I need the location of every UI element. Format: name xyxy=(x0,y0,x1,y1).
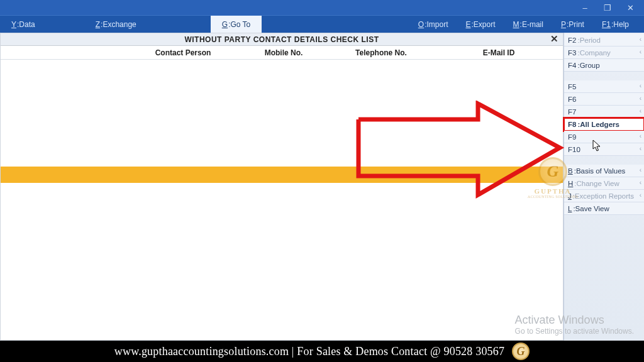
footer-text: www.gupthaaccountingsolutions.com | For … xyxy=(114,345,504,358)
footer: www.gupthaaccountingsolutions.com | For … xyxy=(0,341,644,362)
window-minimize-button[interactable]: – xyxy=(574,1,596,14)
menu-label: Help xyxy=(613,20,629,29)
column-contact: Contact Person xyxy=(126,48,240,59)
window-close-button[interactable]: ✕ xyxy=(619,1,641,14)
fkey: F6 xyxy=(568,96,576,103)
report-title-row: WITHOUT PARTY CONTACT DETAILS CHECK LIST… xyxy=(1,33,563,46)
sidebar-change-view[interactable]: H: Change View ‹ xyxy=(564,177,644,190)
menu-email[interactable]: M: E-mail xyxy=(504,16,552,33)
menubar: Y: Data Z: Exchange G: Go To O: Import E… xyxy=(0,15,644,33)
menu-label: Print xyxy=(569,20,584,29)
fkey: F2 xyxy=(568,36,576,44)
fkey: F5 xyxy=(568,83,576,90)
menu-key: Z xyxy=(96,20,100,29)
menu-print[interactable]: P: Print xyxy=(552,16,593,33)
menu-goto[interactable]: G: Go To xyxy=(211,16,262,33)
sidebar-f4-group[interactable]: F4: Group xyxy=(564,59,644,72)
column-email: E-Mail ID xyxy=(435,48,563,59)
fkey: J xyxy=(568,192,572,200)
sidebar-label: Save View xyxy=(575,205,609,212)
column-spacer xyxy=(1,48,126,59)
sidebar-f10[interactable]: F10 ‹ xyxy=(564,143,644,156)
menu-export[interactable]: E: Export xyxy=(457,16,504,33)
fkey: L xyxy=(568,205,572,212)
chevron-left-icon: ‹ xyxy=(640,36,641,43)
sidebar-label: Exception Reports xyxy=(575,192,634,200)
chevron-left-icon: ‹ xyxy=(640,192,641,199)
chevron-left-icon: ‹ xyxy=(640,179,641,186)
menu-label: Data xyxy=(19,20,35,29)
sidebar-f8-all-ledgers[interactable]: F8: All Ledgers xyxy=(564,118,644,131)
menu-label: Exchange xyxy=(103,20,136,29)
chevron-left-icon: ‹ xyxy=(640,133,641,140)
sidebar-label: Group xyxy=(580,62,600,69)
menu-label: E-mail xyxy=(522,20,543,29)
sidebar-label: Company xyxy=(580,49,611,57)
menu-key: Y xyxy=(11,20,16,29)
chevron-left-icon: ‹ xyxy=(640,95,641,102)
menu-key: M xyxy=(513,20,519,29)
chevron-left-icon: ‹ xyxy=(640,82,641,89)
footer-logo-icon: G xyxy=(512,343,530,360)
sidebar-f2-period[interactable]: F2: Period ‹ xyxy=(564,34,644,47)
sidebar-label: All Ledgers xyxy=(580,121,619,128)
sidebar-save-view[interactable]: L: Save View xyxy=(564,202,644,215)
fkey: F9 xyxy=(568,133,576,141)
sidebar-f3-company[interactable]: F3: Company ‹ xyxy=(564,47,644,59)
sidebar-basis-of-values[interactable]: B: Basis of Values ‹ xyxy=(564,165,644,177)
column-tel: Telephone No. xyxy=(328,48,435,59)
menu-key: E xyxy=(466,20,471,29)
table-body[interactable] xyxy=(1,60,563,340)
column-mobile: Mobile No. xyxy=(240,48,328,59)
sidebar-f6[interactable]: F6 ‹ xyxy=(564,93,644,106)
menu-help[interactable]: F1: Help xyxy=(593,16,638,33)
report-area: WITHOUT PARTY CONTACT DETAILS CHECK LIST… xyxy=(0,33,564,341)
sidebar-f5[interactable]: F5 ‹ xyxy=(564,80,644,93)
fkey: F8 xyxy=(568,121,576,128)
chevron-left-icon: ‹ xyxy=(640,145,641,152)
sidebar-f7[interactable]: F7 ‹ xyxy=(564,106,644,118)
menu-data[interactable]: Y: Data xyxy=(0,16,47,33)
chevron-left-icon: ‹ xyxy=(640,48,641,55)
chevron-left-icon: ‹ xyxy=(640,167,641,173)
menu-key: G xyxy=(222,20,228,29)
fkey: H xyxy=(568,180,573,187)
menu-key: F1 xyxy=(602,20,611,29)
chevron-left-icon: ‹ xyxy=(640,107,641,114)
row-highlight xyxy=(1,167,563,183)
menu-label: Import xyxy=(426,20,448,29)
menu-key: P xyxy=(561,20,566,29)
fkey: B xyxy=(568,167,573,175)
menu-label: Go To xyxy=(230,20,250,29)
sidebar-exception-reports[interactable]: J: Exception Reports ‹ xyxy=(564,190,644,202)
fkey: F4 xyxy=(568,62,576,69)
fkey: F3 xyxy=(568,49,576,57)
menu-import[interactable]: O: Import xyxy=(409,16,457,33)
report-close-button[interactable]: ✕ xyxy=(549,33,560,45)
fkey: F7 xyxy=(568,108,576,116)
window-maximize-button[interactable]: ❐ xyxy=(596,1,619,14)
sidebar: F2: Period ‹ F3: Company ‹ F4: Group F5 … xyxy=(564,33,644,341)
sidebar-label: Basis of Values xyxy=(576,167,625,175)
sidebar-label: Change View xyxy=(577,180,619,187)
titlebar: – ❐ ✕ xyxy=(0,0,644,15)
table-header: Contact Person Mobile No. Telephone No. … xyxy=(1,46,563,60)
menu-key: O xyxy=(418,20,424,29)
report-title: WITHOUT PARTY CONTACT DETAILS CHECK LIST xyxy=(184,35,379,44)
menu-exchange[interactable]: Z: Exchange xyxy=(84,16,148,33)
sidebar-f9[interactable]: F9 ‹ xyxy=(564,131,644,143)
menu-label: Export xyxy=(474,20,496,29)
fkey: F10 xyxy=(568,146,580,153)
sidebar-label: Period xyxy=(580,36,601,44)
